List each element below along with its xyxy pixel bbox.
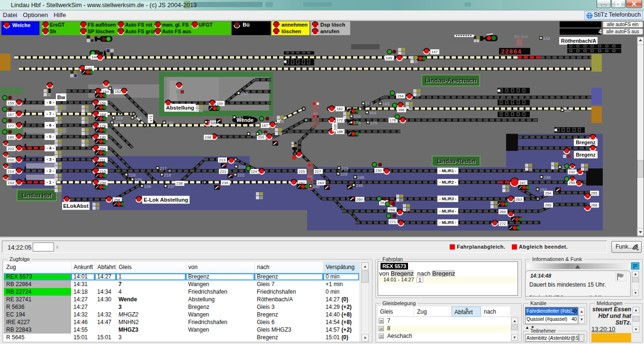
svg-text:Lindau-Aeschach: Lindau-Aeschach xyxy=(425,77,476,84)
svg-text:167: 167 xyxy=(564,108,571,113)
svg-text:- 1 -: - 1 - xyxy=(46,180,54,185)
svg-text:174: 174 xyxy=(354,121,361,125)
svg-text:193: 193 xyxy=(260,132,267,137)
svg-text:22864: 22864 xyxy=(501,48,522,56)
svg-text:260: 260 xyxy=(356,197,363,202)
svg-text:183: 183 xyxy=(166,121,173,125)
svg-text:198: 198 xyxy=(205,135,211,139)
svg-text:240: 240 xyxy=(313,184,320,189)
svg-text:169: 169 xyxy=(116,116,123,121)
svg-text:263: 263 xyxy=(516,197,522,202)
svg-text:232: 232 xyxy=(569,170,575,174)
svg-text:229: 229 xyxy=(341,166,348,171)
svg-text:245: 245 xyxy=(356,183,363,188)
svg-text:Lindau Hbf: Lindau Hbf xyxy=(22,192,52,199)
svg-text:177: 177 xyxy=(8,124,14,128)
svg-text:235: 235 xyxy=(135,177,142,182)
svg-text:- MLIR3 -: - MLIR3 - xyxy=(439,196,456,201)
svg-text:247: 247 xyxy=(519,181,526,185)
svg-text:167: 167 xyxy=(8,112,14,117)
svg-text:165: 165 xyxy=(382,102,390,106)
svg-text:alle autoFS ein: alle autoFS ein xyxy=(607,22,639,27)
svg-text:Röthenbach/A: Röthenbach/A xyxy=(561,38,597,44)
svg-text:154: 154 xyxy=(397,94,404,98)
svg-text:228: 228 xyxy=(340,172,347,177)
svg-text:248: 248 xyxy=(544,175,551,180)
svg-text:254: 254 xyxy=(545,191,552,195)
svg-text:163: 163 xyxy=(365,102,372,106)
svg-text:- 6 -: - 6 - xyxy=(46,123,54,128)
svg-text:153: 153 xyxy=(241,91,248,96)
svg-text:191: 191 xyxy=(236,115,244,120)
svg-text:- 8 -: - 8 - xyxy=(46,100,54,105)
svg-text:Auto FS rot: Auto FS rot xyxy=(125,22,153,28)
svg-text:159: 159 xyxy=(217,102,223,106)
svg-text:annehmen: annehmen xyxy=(281,22,308,28)
svg-text:Lindau-Reutin: Lindau-Reutin xyxy=(437,158,475,165)
svg-text:203: 203 xyxy=(8,147,14,151)
svg-text:171: 171 xyxy=(149,115,153,122)
svg-text:272: 272 xyxy=(499,222,506,226)
svg-text:233: 233 xyxy=(8,181,14,185)
svg-text:265: 265 xyxy=(545,203,552,207)
svg-text:155: 155 xyxy=(8,101,14,105)
svg-text:224: 224 xyxy=(251,169,257,174)
svg-text:- MLIR5 -: - MLIR5 - xyxy=(439,220,456,225)
svg-text:Sh: Sh xyxy=(50,28,56,34)
svg-text:213: 213 xyxy=(219,158,226,162)
svg-text:268: 268 xyxy=(389,208,395,212)
svg-text:- MLIR4 -: - MLIR4 - xyxy=(439,209,456,214)
svg-text:Bregenz: Bregenz xyxy=(576,152,595,158)
svg-text:225: 225 xyxy=(299,169,305,174)
svg-text:Abstellung: Abstellung xyxy=(166,105,194,111)
svg-text:- MLIR1 -: - MLIR1 - xyxy=(439,168,456,173)
svg-text:FS auflösen: FS auflösen xyxy=(88,22,116,28)
svg-text:216: 216 xyxy=(128,173,136,177)
svg-text:alle autoFS aus: alle autoFS aus xyxy=(606,29,639,34)
svg-text:164: 164 xyxy=(369,111,376,115)
svg-text:4: 4 xyxy=(599,28,602,35)
svg-text:217: 217 xyxy=(160,166,167,171)
svg-text:166: 166 xyxy=(398,108,405,112)
svg-text:214: 214 xyxy=(8,169,14,174)
svg-text:222: 222 xyxy=(237,173,245,177)
svg-text:- 4 -: - 4 - xyxy=(46,146,54,150)
svg-text:223: 223 xyxy=(238,165,245,169)
svg-text:Auto FS grün: Auto FS grün xyxy=(125,28,157,34)
svg-text:Bw: Bw xyxy=(57,94,65,100)
svg-text:170: 170 xyxy=(135,116,142,121)
svg-text:184: 184 xyxy=(208,120,215,125)
svg-text:189: 189 xyxy=(8,135,14,139)
svg-text:271: 271 xyxy=(390,220,396,224)
svg-text:Dsp lösch: Dsp lösch xyxy=(320,22,345,28)
svg-text:238: 238 xyxy=(176,181,183,186)
svg-text:173: 173 xyxy=(354,114,361,119)
svg-text:Weiche: Weiche xyxy=(12,22,30,28)
svg-text:ELokAbst: ELokAbst xyxy=(63,203,89,209)
svg-text:176: 176 xyxy=(390,118,396,122)
svg-text:man. gl. FS: man. gl. FS xyxy=(162,22,189,28)
svg-text:237: 237 xyxy=(168,184,175,189)
svg-text:142: 142 xyxy=(543,36,550,41)
svg-text:210: 210 xyxy=(8,158,14,162)
svg-text:- MLIR2 -: - MLIR2 - xyxy=(439,180,456,185)
svg-text:230: 230 xyxy=(375,168,382,173)
svg-text:175: 175 xyxy=(370,121,377,125)
svg-text:221: 221 xyxy=(220,169,227,174)
svg-text:218: 218 xyxy=(164,173,171,177)
svg-text:266: 266 xyxy=(591,203,598,207)
svg-text:188: 188 xyxy=(336,130,343,134)
svg-text:239: 239 xyxy=(222,181,228,185)
svg-text:255: 255 xyxy=(591,191,598,195)
svg-text:236: 236 xyxy=(144,184,151,189)
svg-text:Bü: Bü xyxy=(308,175,312,179)
svg-text:246: 246 xyxy=(357,175,364,180)
svg-text:187: 187 xyxy=(262,123,268,128)
svg-text:269: 269 xyxy=(499,210,506,214)
svg-text:- 5 -: - 5 - xyxy=(46,134,54,139)
svg-text:- 7 -: - 7 - xyxy=(46,112,54,116)
svg-text:172: 172 xyxy=(336,118,343,122)
svg-text:205: 205 xyxy=(333,124,337,130)
svg-text:Bü: Bü xyxy=(313,112,318,116)
svg-text:147: 147 xyxy=(431,50,438,54)
